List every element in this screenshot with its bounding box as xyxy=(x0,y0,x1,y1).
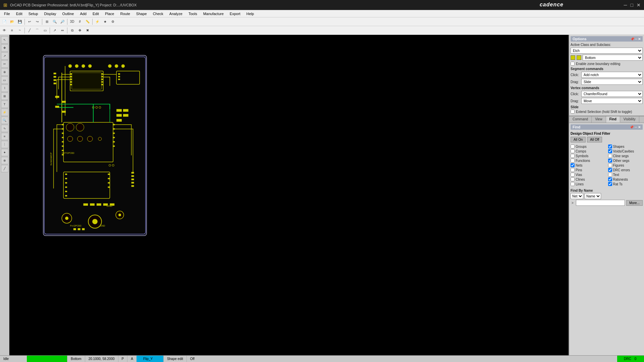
tab-visibility[interactable]: Visibility xyxy=(620,116,639,123)
ratsnests-checkbox[interactable] xyxy=(608,177,612,181)
menu-help[interactable]: Help xyxy=(244,11,257,16)
menu-tools[interactable]: Tools xyxy=(186,11,200,16)
menu-file[interactable]: File xyxy=(1,11,13,16)
symbols-checkbox[interactable] xyxy=(571,154,575,158)
vertex-drag-row[interactable]: Drag: Move xyxy=(571,98,643,104)
menu-edit2[interactable]: Edit xyxy=(90,11,102,16)
drc-errors-checkbox[interactable] xyxy=(608,168,612,172)
more-button[interactable]: More... xyxy=(626,200,643,206)
tab-command[interactable]: Command xyxy=(569,116,592,123)
vertex-click-row[interactable]: Click: Chamfer/Round xyxy=(571,91,643,97)
subclass-select[interactable]: Bottom xyxy=(583,55,643,61)
window-controls[interactable]: ─ □ ✕ xyxy=(624,2,641,8)
functions-checkbox[interactable] xyxy=(571,159,575,163)
tb2-add-arc[interactable]: ⌒ xyxy=(34,27,41,34)
vias-checkbox[interactable] xyxy=(571,173,575,177)
sidebar-btn-14[interactable]: ⋮ xyxy=(1,141,8,148)
enable-zone-row[interactable]: Enable zone boundary editing xyxy=(571,62,643,66)
sidebar-btn-10[interactable]: ⚡ xyxy=(1,109,8,116)
tabs-row[interactable]: Command View Find Visibility xyxy=(569,116,644,123)
extend-selection-row[interactable]: Extend Selection (hold Shift to toggle) xyxy=(571,110,643,114)
sidebar-btn-7[interactable]: ⌇ xyxy=(1,84,8,92)
menu-outline[interactable]: Outline xyxy=(60,11,77,16)
vertex-drag-select[interactable]: Move xyxy=(581,98,643,104)
filter-ratsnests[interactable]: Ratsnests xyxy=(608,177,643,181)
tb2-move[interactable]: ✥ xyxy=(76,27,84,34)
lines-checkbox[interactable] xyxy=(571,182,575,186)
maximize-button[interactable]: □ xyxy=(631,2,633,8)
filter-vias[interactable]: Vias xyxy=(571,173,605,177)
filter-other-segs[interactable]: Other segs xyxy=(608,159,643,163)
tb2-add-line[interactable]: ╱ xyxy=(26,27,33,34)
find-type-select[interactable]: Net xyxy=(571,193,583,199)
find-close-btn[interactable]: ✕ xyxy=(638,125,641,129)
filter-symbols[interactable]: Symbols xyxy=(571,154,605,158)
menu-manufacture[interactable]: Manufacture xyxy=(201,11,226,16)
find-pin-btn[interactable]: 📌 xyxy=(630,125,634,129)
find-type-row[interactable]: Net Name xyxy=(571,193,643,199)
menu-add[interactable]: Add xyxy=(77,11,89,16)
tb2-copy[interactable]: ⧉ xyxy=(68,27,76,34)
options-close-btn[interactable]: ✕ xyxy=(638,37,641,41)
all-on-button[interactable]: All On xyxy=(571,137,586,142)
tb2-net[interactable]: ~ xyxy=(16,27,23,34)
filter-drc-errors[interactable]: DRC errors xyxy=(608,168,643,172)
comps-checkbox[interactable] xyxy=(571,149,575,153)
menu-setup[interactable]: Setup xyxy=(26,11,41,16)
enable-zone-checkbox[interactable] xyxy=(571,62,575,66)
groups-checkbox[interactable] xyxy=(571,144,575,148)
tb-zoom-out[interactable]: 🔎 xyxy=(59,18,66,25)
drag-select[interactable]: Slide xyxy=(581,79,643,85)
close-button[interactable]: ✕ xyxy=(637,2,641,8)
tb-new[interactable]: 📄 xyxy=(1,18,8,25)
tb-save[interactable]: 💾 xyxy=(16,18,23,25)
tb2-delete[interactable]: ✖ xyxy=(84,27,91,34)
menu-analyze[interactable]: Analyze xyxy=(167,11,185,16)
find-input-row[interactable]: > More... xyxy=(571,200,643,206)
subclass-select-row[interactable]: Bottom xyxy=(571,55,643,61)
sidebar-btn-8[interactable]: ⊞ xyxy=(1,93,8,100)
filter-figures[interactable]: Figures xyxy=(608,163,643,167)
filter-pins[interactable]: Pins xyxy=(571,168,605,172)
minimize-button[interactable]: ─ xyxy=(624,2,627,8)
cline-segs-checkbox[interactable] xyxy=(608,154,612,158)
text-checkbox[interactable] xyxy=(608,173,612,177)
tb2-layer[interactable]: ≡ xyxy=(8,27,16,34)
sidebar-btn-16[interactable]: ⊗ xyxy=(1,157,8,164)
filter-nets[interactable]: Nets xyxy=(571,163,605,167)
sidebar-btn-5[interactable]: ⊕ xyxy=(1,68,8,76)
sidebar-btn-1[interactable]: ↖ xyxy=(1,36,8,44)
filter-clines[interactable]: Clines xyxy=(571,177,605,181)
menu-export[interactable]: Export xyxy=(227,11,243,16)
tab-view[interactable]: View xyxy=(592,116,606,123)
sidebar-btn-3[interactable]: ↗ xyxy=(1,52,8,60)
sidebar-btn-4[interactable]: ✂ xyxy=(1,60,8,68)
sidebar-btn-9[interactable]: T xyxy=(1,101,8,108)
sidebar-btn-2[interactable]: ✥ xyxy=(1,44,8,52)
menu-shape[interactable]: Shape xyxy=(133,11,150,16)
extend-selection-checkbox[interactable] xyxy=(571,110,575,114)
sidebar-btn-17[interactable]: ╱ xyxy=(1,165,8,172)
tb-undo[interactable]: ↩ xyxy=(26,18,33,25)
filter-voids[interactable]: Voids/Cavities xyxy=(608,149,643,153)
tb-3d[interactable]: 3D xyxy=(68,18,76,25)
tb-settings[interactable]: ⚙ xyxy=(109,18,116,25)
tb2-view[interactable]: 👁 xyxy=(1,27,8,34)
tb-grid[interactable]: # xyxy=(76,18,84,25)
menu-edit1[interactable]: Edit xyxy=(13,11,25,16)
figures-checkbox[interactable] xyxy=(608,163,612,167)
filter-text[interactable]: Text xyxy=(608,173,643,177)
tb-redo[interactable]: ↪ xyxy=(34,18,41,25)
tb-zoom-fit[interactable]: ⊞ xyxy=(43,18,51,25)
other-segs-checkbox[interactable] xyxy=(608,159,612,163)
tb-highlight[interactable]: ★ xyxy=(101,18,109,25)
filter-functions[interactable]: Functions xyxy=(571,159,605,163)
find-header-btns[interactable]: 📌 ─ ✕ xyxy=(630,125,641,129)
filter-comps[interactable]: Comps xyxy=(571,149,605,153)
voids-checkbox[interactable] xyxy=(608,149,612,153)
menu-route[interactable]: Route xyxy=(117,11,132,16)
filter-groups[interactable]: Groups xyxy=(571,144,605,148)
class-select[interactable]: Etch xyxy=(571,48,643,54)
tab-find[interactable]: Find xyxy=(606,116,620,123)
filter-btns[interactable]: All On All Off xyxy=(571,137,643,142)
